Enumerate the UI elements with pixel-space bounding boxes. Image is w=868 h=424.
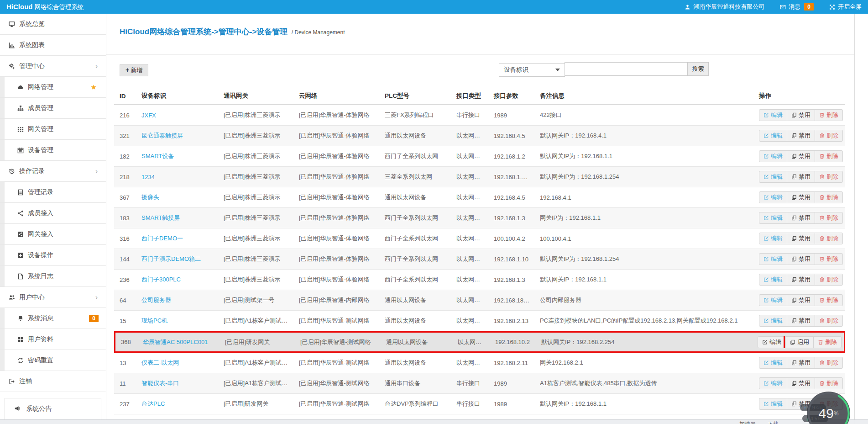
delete-button[interactable]: 删除 — [815, 233, 843, 244]
accelerator-link[interactable]: 加速器 — [739, 420, 756, 424]
edit-button[interactable]: 编辑 — [759, 274, 787, 286]
disable-button[interactable]: 禁用 — [787, 294, 815, 306]
device-link[interactable]: 西门子DEMO一 — [141, 235, 183, 242]
disable-button[interactable]: 禁用 — [787, 130, 815, 142]
edit-button[interactable]: 编辑 — [759, 212, 787, 224]
device-link[interactable]: 西门子300PLC — [141, 276, 181, 283]
device-link[interactable]: SMART设备 — [141, 153, 174, 159]
delete-button[interactable]: 删除 — [815, 253, 843, 265]
messages-menu[interactable]: 消息 0 — [780, 3, 814, 11]
disable-button[interactable]: 禁用 — [787, 357, 815, 369]
sidebar-item-user-center[interactable]: 用户中心› — [0, 287, 106, 308]
copy-icon — [791, 215, 797, 221]
sidebar-item-gateway-access[interactable]: 网关接入 — [0, 224, 106, 245]
enable-button[interactable]: 启用 — [785, 336, 814, 348]
fullscreen-toggle[interactable]: 开启全屏 — [829, 3, 862, 11]
sidebar-item-management-records[interactable]: 管理记录 — [0, 182, 106, 203]
app-logo[interactable]: HiCloud网络综合管理系统 — [6, 3, 84, 11]
sidebar-item-member-management[interactable]: 成员管理 — [0, 98, 106, 119]
sidebar-item-system-overview[interactable]: 系统总览 — [0, 14, 106, 35]
device-link[interactable]: 1234 — [141, 174, 155, 180]
delete-button[interactable]: 删除 — [815, 150, 843, 162]
edit-button[interactable]: 编辑 — [759, 150, 787, 162]
disable-button[interactable]: 禁用 — [787, 191, 815, 203]
sidebar-item-password-reset[interactable]: 密码重置 — [0, 350, 106, 371]
search-input[interactable] — [565, 62, 688, 76]
sidebar-item-gateway-management[interactable]: 网关管理 — [0, 119, 106, 140]
device-link[interactable]: 智能仪表-串口 — [141, 380, 179, 387]
delete-button[interactable]: 删除 — [815, 294, 843, 306]
edit-button[interactable]: 编辑 — [759, 253, 787, 265]
disable-button[interactable]: 禁用 — [787, 171, 815, 183]
sidebar-item-network-management[interactable]: 网络管理★ — [0, 77, 106, 98]
sidebar-item-logout[interactable]: 注销 — [0, 371, 106, 392]
cell-param: 1989 — [488, 380, 534, 387]
edit-button[interactable]: 编辑 — [758, 336, 786, 348]
device-link[interactable]: 摄像头 — [141, 194, 159, 201]
cell-remark: 公司内部服务器 — [534, 296, 753, 304]
delete-button[interactable]: 删除 — [813, 336, 842, 348]
edit-icon — [763, 154, 769, 159]
cell-plc: 台达DVP系列编程口 — [379, 400, 451, 408]
delete-button[interactable]: 删除 — [815, 315, 843, 327]
filter-field-select[interactable]: 设备标识 — [499, 63, 565, 77]
sidebar-item-user-profile[interactable]: 用户资料 — [0, 329, 106, 350]
sidebar-item-device-operation[interactable]: 设备操作 — [0, 245, 106, 266]
sidebar-item-member-access[interactable]: 成员接入 — [0, 203, 106, 224]
disable-button[interactable]: 禁用 — [787, 274, 815, 286]
device-link[interactable]: 公司服务器 — [141, 297, 171, 303]
disable-button[interactable]: 禁用 — [787, 150, 815, 162]
sidebar-item-system-charts[interactable]: 系统图表 — [0, 35, 106, 56]
add-device-button[interactable]: +新增 — [120, 64, 148, 76]
delete-button[interactable]: 删除 — [815, 212, 843, 224]
chevron-right-icon: › — [95, 293, 106, 302]
edit-button[interactable]: 编辑 — [759, 377, 787, 389]
cell-gateway: [已启用]研发网关 — [218, 400, 293, 408]
edit-button[interactable]: 编辑 — [759, 109, 787, 121]
sidebar-item-label: 系统总览 — [19, 20, 106, 28]
disable-button[interactable]: 禁用 — [787, 233, 815, 244]
edit-button[interactable]: 编辑 — [759, 191, 787, 203]
envelope-icon — [780, 4, 786, 10]
sidebar-item-management-center[interactable]: 管理中心› — [0, 56, 106, 77]
breadcrumb: HiCloud网络综合管理系统->管理中心->设备管理 — [120, 27, 288, 36]
accelerator-gauge-widget[interactable]: 49 % — [807, 392, 850, 424]
company-menu[interactable]: 湖南华辰智通科技有限公司 — [685, 3, 764, 11]
delete-button[interactable]: 删除 — [815, 377, 843, 389]
edit-button[interactable]: 编辑 — [759, 315, 787, 327]
sidebar-item-system-messages[interactable]: 系统消息0 — [0, 308, 106, 329]
disable-button[interactable]: 禁用 — [787, 377, 815, 389]
share-icon — [17, 210, 24, 217]
edit-button[interactable]: 编辑 — [759, 294, 787, 306]
device-link[interactable]: 昆仑通泰触摸屏 — [141, 132, 183, 139]
disable-button[interactable]: 禁用 — [787, 109, 815, 121]
disable-button[interactable]: 禁用 — [787, 253, 815, 265]
delete-button[interactable]: 删除 — [815, 130, 843, 142]
device-link[interactable]: 仪表二-以太网 — [141, 359, 179, 366]
download-link[interactable]: 下载 — [768, 420, 779, 424]
device-link[interactable]: 西门子演示DEMO箱二 — [141, 255, 201, 262]
delete-button[interactable]: 删除 — [815, 109, 843, 121]
disable-button[interactable]: 禁用 — [787, 212, 815, 224]
cell-device: SMART设备 — [136, 152, 218, 160]
delete-button[interactable]: 删除 — [815, 357, 843, 369]
sidebar-item-operation-records[interactable]: 操作记录› — [0, 161, 106, 182]
delete-button[interactable]: 删除 — [815, 191, 843, 203]
edit-button[interactable]: 编辑 — [759, 357, 787, 369]
device-link[interactable]: 台达PLC — [141, 400, 165, 407]
edit-button[interactable]: 编辑 — [759, 130, 787, 142]
sidebar-item-device-management[interactable]: 设备管理 — [0, 140, 106, 161]
sidebar-item-system-logs[interactable]: 系统日志 — [0, 266, 106, 287]
edit-button[interactable]: 编辑 — [759, 233, 787, 244]
disable-button[interactable]: 禁用 — [787, 315, 815, 327]
delete-button[interactable]: 删除 — [815, 274, 843, 286]
device-link[interactable]: SMART触摸屏 — [141, 214, 180, 221]
cell-cloud: [已启用]华辰智通-体验网络 — [293, 132, 379, 140]
edit-button[interactable]: 编辑 — [759, 171, 787, 183]
device-link[interactable]: JXFX — [141, 112, 156, 119]
delete-button[interactable]: 删除 — [815, 171, 843, 183]
edit-button[interactable]: 编辑 — [759, 398, 787, 410]
device-link[interactable]: 华辰智通AC 500PLC001 — [143, 339, 208, 345]
search-button[interactable]: 搜索 — [688, 62, 709, 76]
device-link[interactable]: 现场PC机 — [141, 317, 167, 324]
